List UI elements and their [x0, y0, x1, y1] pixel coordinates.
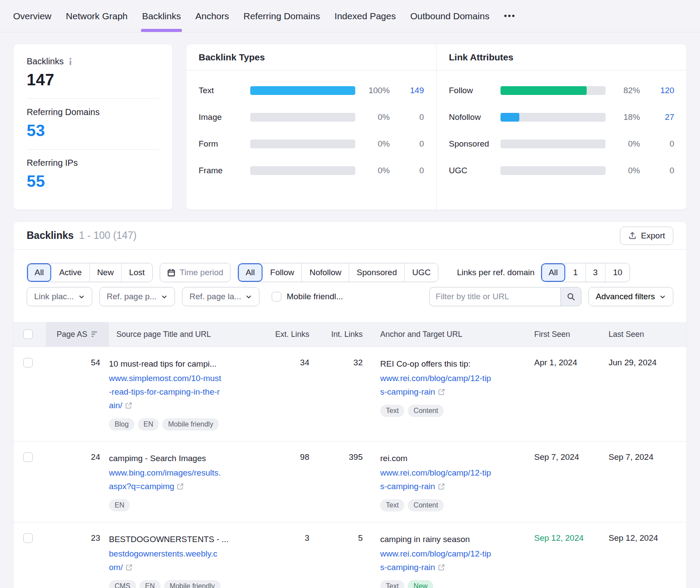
- source-url-link[interactable]: bestdogownerstents.weebly.com/: [109, 547, 222, 574]
- top-nav: Overview Network Graph Backlinks Anchors…: [0, 0, 700, 32]
- external-link-icon: [126, 564, 133, 571]
- badge: Blog: [109, 418, 134, 430]
- badge-new: New: [408, 580, 433, 588]
- source-url-link[interactable]: www.bing.com/images/results.aspx?q=campi…: [109, 466, 222, 493]
- external-link-icon: [177, 483, 184, 490]
- link-attributes-panel: Link Attributes Follow 82% 120 Nofollow …: [436, 44, 686, 210]
- bar-track: [500, 140, 606, 148]
- ref-page-platform-dropdown[interactable]: Ref. page p...: [99, 287, 175, 306]
- tab-overview[interactable]: Overview: [13, 0, 52, 32]
- links-per-domain-3[interactable]: 3: [585, 263, 606, 282]
- filter-ugc[interactable]: UGC: [404, 263, 438, 282]
- column-header-page-as[interactable]: Page AS: [46, 322, 109, 346]
- dropdown-label: Ref. page la...: [189, 292, 241, 301]
- int-links-value: 395: [310, 452, 364, 511]
- bar-count: 0: [401, 112, 424, 122]
- tab-network-graph[interactable]: Network Graph: [66, 0, 128, 32]
- filter-status-all[interactable]: All: [27, 263, 51, 282]
- backlink-types-panel: Backlink Types Text 100% 149 Image 0% 0 …: [186, 44, 436, 210]
- column-header-last-seen: Last Seen: [609, 322, 676, 346]
- export-icon: [628, 231, 637, 240]
- bar-row-frame: Frame 0% 0: [199, 165, 424, 176]
- bar-row-image: Image 0% 0: [199, 112, 424, 122]
- row-checkbox[interactable]: [23, 452, 33, 462]
- filter-follow[interactable]: Follow: [262, 263, 302, 282]
- bar-percent: 0%: [606, 139, 651, 149]
- table-row: 54 10 must-read tips for campi... www.si…: [14, 346, 686, 441]
- bar-count-link[interactable]: 120: [651, 86, 674, 95]
- tab-referring-domains[interactable]: Referring Domains: [244, 0, 320, 32]
- filter-follow-all[interactable]: All: [238, 263, 262, 282]
- target-url-link[interactable]: www.rei.com/blog/camp/12-tips-camping-ra…: [380, 371, 493, 399]
- more-tabs-icon[interactable]: •••: [504, 11, 516, 21]
- external-link-icon: [438, 483, 445, 490]
- tab-anchors[interactable]: Anchors: [195, 0, 229, 32]
- bar-count-link[interactable]: 149: [401, 86, 424, 95]
- first-seen-value: Sep 7, 2024: [534, 452, 609, 511]
- metric-label: Referring Domains: [27, 107, 100, 117]
- bar-track: [250, 140, 355, 148]
- links-per-domain-all[interactable]: All: [541, 263, 565, 282]
- export-button[interactable]: Export: [620, 227, 673, 245]
- bar-label: Follow: [449, 86, 500, 95]
- filters-row-2: Link plac... Ref. page p... Ref. page la…: [27, 287, 673, 306]
- row-checkbox[interactable]: [23, 533, 33, 543]
- anchor-badges: Text Content: [380, 405, 534, 417]
- bar-label: Nofollow: [449, 112, 500, 122]
- bar-percent: 0%: [355, 166, 401, 175]
- filters-row-1: All Active New Lost Time period All Foll…: [27, 263, 673, 282]
- links-per-domain-10[interactable]: 10: [605, 263, 630, 282]
- tab-indexed-pages[interactable]: Indexed Pages: [335, 0, 396, 32]
- column-label: Page AS: [56, 330, 87, 339]
- bar-count-link[interactable]: 27: [651, 112, 674, 122]
- metric-value: 147: [27, 71, 159, 89]
- filter-status-lost[interactable]: Lost: [121, 263, 152, 282]
- filter-nofollow[interactable]: Nofollow: [301, 263, 349, 282]
- badge: Content: [408, 499, 444, 511]
- badge: EN: [109, 499, 130, 511]
- column-header-ext-links: Ext. Links: [253, 322, 310, 346]
- metric-label: Backlinks: [27, 56, 63, 66]
- badge: EN: [140, 580, 161, 588]
- metric-label: Referring IPs: [27, 158, 78, 168]
- filter-status-active[interactable]: Active: [51, 263, 89, 282]
- dropdown-label: Ref. page p...: [107, 292, 157, 301]
- sort-descending-icon: [91, 331, 98, 337]
- table-range: 1 - 100 (147): [79, 230, 136, 242]
- mobile-friendly-checkbox[interactable]: [272, 292, 281, 301]
- filter-status-new[interactable]: New: [89, 263, 121, 282]
- bar-row-text: Text 100% 149: [199, 85, 424, 96]
- bar-track: [250, 86, 355, 95]
- external-link-icon: [125, 402, 132, 409]
- metric-referring-ips: Referring IPs 55: [27, 158, 159, 191]
- table-panel-header: Backlinks 1 - 100 (147) Export: [14, 222, 686, 250]
- links-per-domain-1[interactable]: 1: [565, 263, 585, 282]
- external-link-icon: [438, 564, 445, 571]
- target-url: www.rei.com/blog/camp/12-tips-camping-ra…: [380, 549, 491, 572]
- filter-sponsored[interactable]: Sponsored: [349, 263, 404, 282]
- metric-value[interactable]: 53: [27, 122, 159, 140]
- link-placement-dropdown[interactable]: Link plac...: [27, 287, 92, 306]
- tab-outbound-domains[interactable]: Outbound Domains: [410, 0, 490, 32]
- advanced-filters-dropdown[interactable]: Advanced filters: [588, 287, 673, 306]
- bar-percent: 82%: [606, 86, 651, 95]
- target-url-link[interactable]: www.rei.com/blog/camp/12-tips-camping-ra…: [380, 547, 493, 574]
- badge: CMS: [109, 580, 136, 588]
- info-icon[interactable]: [68, 58, 73, 65]
- tab-backlinks[interactable]: Backlinks: [142, 0, 181, 32]
- chevron-down-icon: [659, 294, 666, 300]
- search-button[interactable]: [560, 287, 581, 306]
- ref-page-language-dropdown[interactable]: Ref. page la...: [182, 287, 259, 306]
- chevron-down-icon: [161, 294, 168, 300]
- time-period-button[interactable]: Time period: [160, 263, 231, 282]
- anchor-badges: Text Content: [380, 499, 534, 511]
- filters-bar: All Active New Lost Time period All Foll…: [14, 250, 686, 306]
- row-checkbox[interactable]: [23, 358, 33, 368]
- select-all-checkbox[interactable]: [23, 329, 33, 339]
- bar-count: 0: [651, 139, 674, 149]
- filter-search-input[interactable]: [429, 287, 560, 306]
- target-url-link[interactable]: www.rei.com/blog/camp/12-tips-camping-ra…: [380, 466, 493, 493]
- source-url-link[interactable]: www.simplemost.com/10-must-read-tips-for…: [109, 371, 222, 412]
- metric-value[interactable]: 55: [27, 172, 159, 191]
- bar-percent: 18%: [606, 112, 651, 122]
